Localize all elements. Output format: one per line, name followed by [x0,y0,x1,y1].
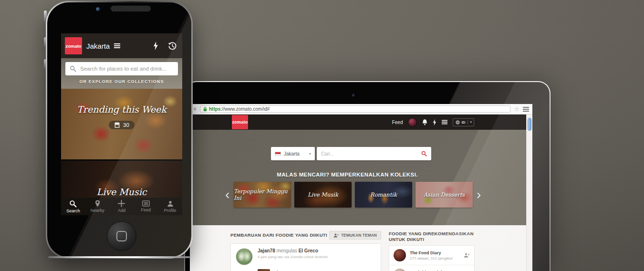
content-section: PEMBARUAN DARI FOODIE YANG DIIKUTI TEMUK… [190,225,532,271]
indonesia-flag-icon [275,152,281,156]
lock-icon [203,106,207,112]
feed-item-title: Jajan78 mengulas El Greco [258,248,328,253]
chevron-down-icon: ▾ [467,120,474,124]
recommended-card: The Food Diary 177 ulasan, 312 pengikut … [389,245,475,271]
app-search-bar[interactable] [65,62,178,75]
city-label: Jakarta [284,151,306,156]
feed-list-icon [142,200,150,207]
tab-feed[interactable]: Feed [134,198,158,215]
carousel-prev-button[interactable]: ‹ [225,185,229,204]
url-text: https://www.zomato.com/id# [209,106,270,112]
quick-actions-bolt-icon[interactable] [433,119,436,125]
location-pin-icon [95,200,100,207]
tab-profile[interactable]: Profile [158,198,182,215]
recommended-column: FOODIE YANG DIREKOMENDASIKAN UNTUK DIIKU… [389,231,475,271]
language-code: ID [461,120,465,125]
search-icon[interactable] [421,151,427,156]
browser-menu-icon[interactable] [523,106,529,112]
user-avatar[interactable] [408,118,417,127]
quick-bolt-icon[interactable] [153,42,158,50]
phone-screen: zomato Jakarta OR EXPLORE OUR COLLECTION… [61,33,182,215]
storefront-icon [114,122,120,128]
avatar[interactable] [236,248,253,265]
search-icon [70,65,76,72]
restaurant-thumbnail [258,269,270,271]
plus-icon [118,200,125,207]
tab-search[interactable]: Search [61,198,85,215]
history-icon[interactable] [168,42,177,51]
collection-card[interactable]: Romantik [355,182,412,208]
browser-url-bar: × https://www.zomato.com/id# ☆ [190,104,532,115]
chevron-down-icon: ▾ [309,152,311,156]
site-header: zomato Feed [190,115,532,130]
tab-nearby[interactable]: Nearby [85,198,110,215]
tablet-camera [352,94,355,97]
close-icon[interactable]: × [193,106,197,112]
restaurant-count-badge: 30 [109,121,135,129]
app-search-input[interactable] [80,66,174,72]
composite-scene: × https://www.zomato.com/id# ☆ zomato Fe… [0,0,644,271]
language-selector[interactable]: ID ▾ [453,118,474,126]
globe-icon [456,120,460,125]
site-menu-icon[interactable] [442,120,447,125]
recommended-foodie-row[interactable]: The Food Diary 177 ulasan, 312 pengikut [389,246,474,265]
person-icon [167,200,174,207]
feed-item-meta: 4 jam yang lalu via Zomato untuk Android [258,255,328,259]
city-menu-icon[interactable] [114,43,120,49]
collections-heading: MALAS MENCARI? MEMPERKENALKAN KOLEKSI. [190,172,505,177]
site-search-bar[interactable] [317,147,431,160]
city-selector[interactable]: Jakarta ▾ [271,147,315,160]
restaurant-row[interactable]: El Greco Setiabudi, Jakarta [258,269,376,271]
collections-carousel: ‹ Terpopuler Minggu Ini Live Musik Roman… [190,181,532,208]
avatar[interactable] [394,249,406,261]
follow-add-person-icon[interactable] [464,253,470,258]
find-friends-button[interactable]: TEMUKAN TEMAN [329,231,381,240]
recommended-foodie-row[interactable]: Joséphine Brightnessa 17 ulasan, 570 pen… [389,265,474,271]
zomato-logo[interactable]: zomato [232,115,248,129]
address-bar[interactable]: https://www.zomato.com/id# [200,105,510,113]
feed-column: PEMBARUAN DARI FOODIE YANG DIIKUTI TEMUK… [230,231,381,271]
nav-feed-link[interactable]: Feed [392,120,403,125]
collection-card[interactable]: Terpopuler Minggu Ini [234,182,291,208]
app-header: zomato Jakarta [61,33,182,58]
app-city-label[interactable]: Jakarta [86,42,110,50]
app-search-zone: OR EXPLORE OUR COLLECTIONS [61,58,182,89]
notifications-bell-icon[interactable] [422,119,427,125]
zomato-logo: zomato [65,37,82,54]
site-search-input[interactable] [321,151,421,156]
feed-item[interactable]: Jajan78 mengulas El Greco 4 jam yang lal… [230,243,381,271]
feed-heading: PEMBARUAN DARI FOODIE YANG DIIKUTI [230,232,327,238]
phone-bottom-rim [48,256,190,258]
home-button-square [116,231,127,241]
collection-card[interactable]: Asian Desserts [415,182,473,208]
phone-home-button[interactable] [107,221,136,251]
phone-speaker [110,5,151,12]
search-icon [69,200,77,208]
avatar[interactable] [394,269,406,271]
bookmark-star-icon[interactable]: ☆ [514,105,519,113]
explore-collections-label: OR EXPLORE OUR COLLECTIONS [65,75,178,88]
carousel-next-button[interactable]: › [477,185,481,204]
phone-camera [96,7,100,11]
app-tab-bar: Search Nearby Add Feed [61,198,182,215]
recommended-heading: FOODIE YANG DIREKOMENDASIKAN UNTUK DIIKU… [389,231,475,242]
collection-card[interactable]: Live Musik [294,182,352,208]
page-scrollbar[interactable] [526,115,532,271]
hero-section: Jakarta ▾ MALAS MENCARI? MEMPERKENALKAN … [190,130,532,225]
collection-card-live-music[interactable]: Live Music [61,161,182,198]
browser-window: × https://www.zomato.com/id# ☆ zomato Fe… [190,104,532,271]
tab-add[interactable]: Add [110,198,134,215]
add-person-icon [333,233,339,238]
zomato-web-page: zomato Feed [190,115,532,271]
collection-card-trending[interactable]: Trending this Week 30 [61,89,182,159]
scrollbar-thumb[interactable] [528,118,531,131]
